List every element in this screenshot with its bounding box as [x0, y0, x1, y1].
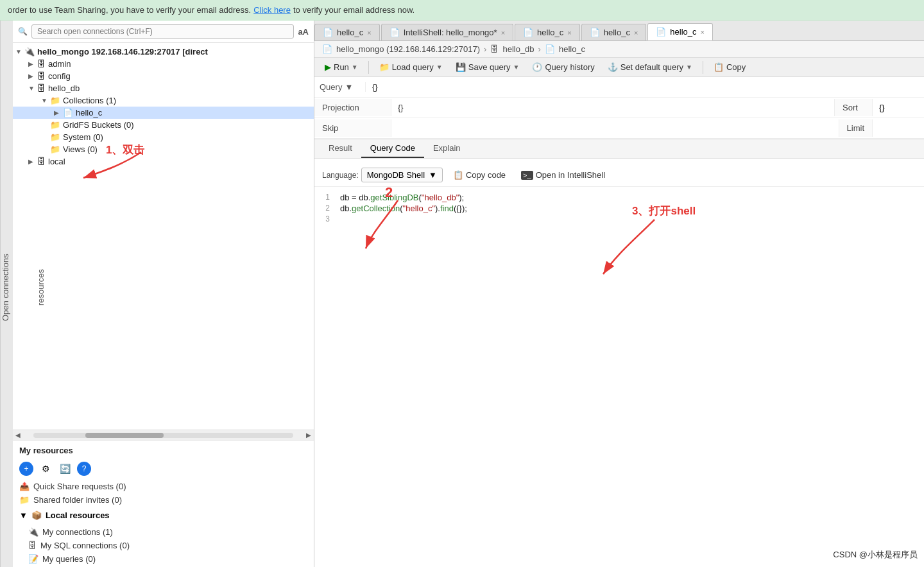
shared-folder-item[interactable]: 📁 Shared folder invites (0): [19, 493, 307, 507]
my-queries-item[interactable]: 📝 My queries (0): [13, 552, 314, 566]
tree-item-system[interactable]: 📁 System (0): [13, 131, 314, 143]
local-resources-header[interactable]: ▼ 📦 Local resources: [13, 507, 314, 524]
tree-icon-admin: 🗄: [37, 59, 46, 69]
tab-hello-c-3[interactable]: 📄 hello_c ×: [581, 24, 647, 40]
tree-item-config[interactable]: ▶ 🗄 config: [13, 70, 314, 82]
add-resource-icon[interactable]: +: [19, 462, 33, 476]
run-icon: ▶: [325, 62, 331, 72]
copy-code-label: Copy code: [466, 170, 506, 180]
run-button[interactable]: ▶ Run ▼: [320, 60, 363, 74]
code-line-2: 2 db.getCollection("hello_c").find({});: [314, 203, 924, 214]
copy-button[interactable]: 📋 Copy: [708, 60, 751, 74]
tree-item-views[interactable]: 📁 Views (0): [13, 143, 314, 155]
notification-text-before: order to use Team Sharing, you have to v…: [8, 5, 251, 15]
save-query-label: Save query: [468, 62, 511, 72]
language-label: Language:: [322, 171, 359, 180]
tab-explain[interactable]: Explain: [424, 139, 470, 158]
tab-close-4[interactable]: ×: [701, 28, 705, 36]
query-history-label: Query history: [545, 62, 594, 72]
right-panel: 📄 hello_c × 📄 IntelliShell: hello_mongo*…: [314, 21, 924, 567]
quick-share-label: Quick Share requests (0): [33, 482, 126, 491]
help-resource-icon[interactable]: ?: [77, 462, 91, 476]
copy-code-button[interactable]: 📋 Copy code: [448, 168, 511, 182]
tab-close-2[interactable]: ×: [567, 29, 571, 37]
aa-button[interactable]: aA: [298, 27, 309, 37]
open-shell-icon: >_: [521, 171, 533, 180]
limit-value-input[interactable]: [873, 119, 924, 137]
scroll-right-arrow[interactable]: ▶: [306, 432, 311, 439]
search-input[interactable]: [31, 24, 294, 39]
bc-sep-2: ›: [538, 44, 541, 54]
copy-code-icon: 📋: [453, 170, 463, 180]
code-toolbar: Language: MongoDB Shell ▼ 📋 Copy code >_…: [314, 164, 924, 187]
scroll-left-arrow[interactable]: ◀: [15, 432, 21, 439]
search-bar: 🔍 aA: [13, 21, 314, 43]
scrollbar-track[interactable]: [33, 433, 293, 438]
query-dropdown-arrow: ▼: [345, 82, 353, 92]
tab-close-intellishell[interactable]: ×: [501, 29, 505, 37]
query-dropdown[interactable]: Query ▼: [314, 82, 366, 92]
tree-arrow-hello-mongo: ▼: [15, 48, 24, 55]
my-connections-item[interactable]: 🔌 My connections (1): [13, 525, 314, 539]
load-query-button[interactable]: 📁 Load query ▼: [374, 60, 448, 74]
tree-item-hello-db[interactable]: ▼ 🗄 hello_db: [13, 82, 314, 94]
query-fields: Query ▼ Projection Sort {} Skip Limit: [314, 77, 924, 139]
tab-hello-c-2[interactable]: 📄 hello_c ×: [515, 24, 580, 40]
tree-area: ▼ 🔌 hello_mongo 192.168.146.129:27017 [d…: [13, 43, 314, 430]
refresh-resource-icon[interactable]: 🔄: [58, 462, 72, 476]
tab-icon-3: 📄: [590, 28, 600, 37]
tree-item-hello-mongo[interactable]: ▼ 🔌 hello_mongo 192.168.146.129:27017 [d…: [13, 46, 314, 58]
local-resources-label: Local resources: [46, 510, 110, 520]
tab-close-1[interactable]: ×: [367, 29, 371, 37]
horizontal-scrollbar[interactable]: ◀ ▶: [13, 430, 314, 440]
tab-label-intellishell: IntelliShell: hello_mongo*: [404, 28, 497, 37]
save-query-arrow: ▼: [513, 64, 520, 71]
toolbar-divider-2: [703, 61, 703, 74]
tabs-bar: 📄 hello_c × 📄 IntelliShell: hello_mongo*…: [314, 21, 924, 41]
scrollbar-thumb: [85, 433, 164, 438]
limit-label: Limit: [839, 119, 873, 137]
tree-label-local: local: [48, 157, 65, 166]
tab-hello-c-4[interactable]: 📄 hello_c ×: [647, 23, 713, 40]
code-lines: 1 db = db.getSiblingDB("hello_db"); 2 db…: [314, 187, 924, 229]
main-toolbar: ▶ Run ▼ 📁 Load query ▼ 💾 Save query ▼ 🕐 …: [314, 58, 924, 77]
tree-label-hello-mongo: hello_mongo 192.168.146.129:27017 [direc…: [37, 47, 208, 57]
set-default-label: Set default query: [620, 62, 683, 72]
open-shell-button[interactable]: >_ Open in IntelliShell: [516, 168, 610, 182]
language-selector: Language: MongoDB Shell ▼: [322, 168, 443, 182]
tree-arrow-hello-c: ▶: [54, 109, 63, 116]
tree-item-local[interactable]: ▶ 🗄 local: [13, 155, 314, 168]
my-sql-connections-item[interactable]: 🗄 My SQL connections (0): [13, 539, 314, 552]
notification-text-after: to verify your email address now.: [293, 5, 415, 15]
tab-close-3[interactable]: ×: [634, 29, 638, 37]
settings-resource-icon[interactable]: ⚙: [38, 462, 53, 476]
shared-folder-icon: 📁: [19, 495, 30, 505]
set-default-arrow: ▼: [686, 64, 692, 71]
set-default-icon: ⚓: [608, 62, 618, 72]
tree-label-collections: Collections (1): [63, 96, 116, 105]
open-shell-label: Open in IntelliShell: [536, 170, 605, 180]
tree-item-gridfs[interactable]: 📁 GridFS Buckets (0): [13, 119, 314, 131]
query-value-input[interactable]: [366, 78, 924, 96]
tree-item-admin[interactable]: ▶ 🗄 admin: [13, 58, 314, 70]
skip-value-input[interactable]: [391, 119, 839, 137]
tab-intellishell[interactable]: 📄 IntelliShell: hello_mongo* ×: [381, 24, 513, 40]
tab-result[interactable]: Result: [320, 139, 361, 158]
my-connections-label: My connections (1): [42, 527, 113, 537]
query-history-button[interactable]: 🕐 Query history: [527, 60, 599, 74]
tree-item-hello-c[interactable]: ▶ 📄 hello_c: [13, 107, 314, 119]
notification-link[interactable]: Click here: [253, 5, 291, 15]
tab-icon-2: 📄: [523, 28, 533, 37]
quick-share-item[interactable]: 📤 Quick Share requests (0): [19, 480, 307, 493]
tab-icon-4: 📄: [656, 27, 666, 37]
tab-label-1: hello_c: [337, 28, 363, 37]
set-default-button[interactable]: ⚓ Set default query ▼: [603, 60, 697, 74]
result-tabs-bar: Result Query Code Explain: [314, 139, 924, 159]
save-query-button[interactable]: 💾 Save query ▼: [450, 60, 525, 74]
projection-value-input[interactable]: [391, 99, 834, 116]
tree-item-collections[interactable]: ▼ 📁 Collections (1): [13, 94, 314, 107]
tab-hello-c-1[interactable]: 📄 hello_c ×: [314, 24, 380, 40]
language-dropdown[interactable]: MongoDB Shell ▼: [361, 168, 443, 182]
tab-query-code[interactable]: Query Code: [361, 139, 424, 158]
tab-label-3: hello_c: [604, 28, 630, 37]
